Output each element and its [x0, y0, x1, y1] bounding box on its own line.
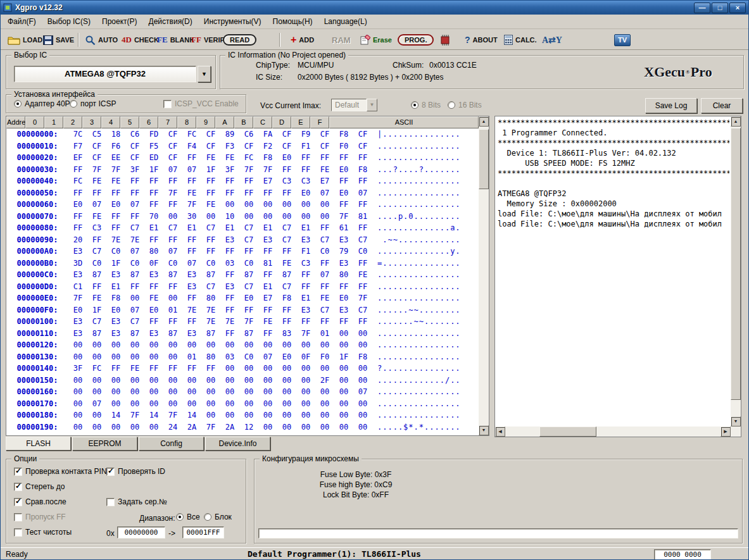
- hex-byte[interactable]: C1: [68, 281, 87, 293]
- bits-16-radio[interactable]: 16 Bits: [448, 101, 482, 109]
- hex-byte[interactable]: F0: [334, 140, 353, 152]
- hex-byte[interactable]: 81: [258, 258, 277, 270]
- hex-byte[interactable]: 46: [334, 433, 353, 435]
- hex-byte[interactable]: FE: [125, 363, 144, 375]
- erase-button[interactable]: Erase: [358, 32, 394, 48]
- hex-byte[interactable]: 0F: [296, 351, 315, 363]
- hex-byte[interactable]: F1: [296, 246, 315, 258]
- hex-byte[interactable]: 7E: [125, 234, 144, 246]
- hex-byte[interactable]: FF: [258, 269, 277, 281]
- ic-test-button[interactable]: [436, 32, 454, 48]
- icsp-port-radio[interactable]: порт ICSP: [70, 99, 116, 108]
- hex-byte[interactable]: 07: [182, 164, 201, 176]
- hex-byte[interactable]: 00: [296, 211, 315, 223]
- hex-byte[interactable]: FF: [163, 199, 182, 211]
- hex-byte[interactable]: 00: [258, 375, 277, 387]
- hex-byte[interactable]: 3F: [125, 164, 144, 176]
- hex-byte[interactable]: 00: [220, 409, 239, 421]
- hex-byte[interactable]: E3: [258, 234, 277, 246]
- hex-byte[interactable]: 7F: [296, 328, 315, 340]
- hex-byte[interactable]: FF: [201, 175, 220, 187]
- menu-item[interactable]: Действия(D): [143, 15, 198, 28]
- hex-byte[interactable]: 00: [68, 398, 87, 410]
- ic-dropdown-button[interactable]: ▼: [198, 66, 211, 82]
- hex-byte[interactable]: 7F: [106, 164, 125, 176]
- hex-byte[interactable]: C6: [239, 128, 258, 140]
- hex-byte[interactable]: C0: [239, 258, 258, 270]
- hex-byte[interactable]: F4: [182, 140, 201, 152]
- hex-byte[interactable]: 80: [144, 246, 163, 258]
- hex-byte[interactable]: 00: [87, 339, 106, 351]
- hex-byte[interactable]: 00: [87, 351, 106, 363]
- hex-byte[interactable]: 7F: [163, 409, 182, 421]
- checkbox-icon[interactable]: [14, 498, 22, 506]
- byte-swap-button[interactable]: A⇄Y: [540, 32, 564, 48]
- hex-byte[interactable]: 00: [296, 386, 315, 398]
- hex-byte[interactable]: 00: [334, 363, 353, 375]
- hex-byte[interactable]: FF: [277, 187, 296, 199]
- hex-byte[interactable]: 00: [201, 433, 220, 435]
- hex-byte[interactable]: FF: [239, 246, 258, 258]
- hex-byte[interactable]: F8: [106, 292, 125, 304]
- hex-byte[interactable]: E1: [106, 281, 125, 293]
- hex-byte[interactable]: E1: [144, 222, 163, 234]
- hex-byte[interactable]: 3D: [68, 258, 87, 270]
- hex-byte[interactable]: 24: [163, 421, 182, 433]
- hex-byte[interactable]: 1F: [334, 351, 353, 363]
- hex-byte[interactable]: CF: [201, 140, 220, 152]
- hex-byte[interactable]: 00: [68, 421, 87, 433]
- hex-byte[interactable]: E0: [106, 199, 125, 211]
- hex-byte[interactable]: C0: [125, 258, 144, 270]
- hex-byte[interactable]: 2A: [220, 421, 239, 433]
- hex-byte[interactable]: 00: [201, 211, 220, 223]
- hex-byte[interactable]: FF: [353, 222, 372, 234]
- hex-byte[interactable]: 61: [334, 222, 353, 234]
- hex-byte[interactable]: 00: [239, 386, 258, 398]
- hex-byte[interactable]: 00: [277, 409, 296, 421]
- menu-item[interactable]: Помощь(H): [267, 15, 318, 28]
- hex-byte[interactable]: FF: [315, 222, 334, 234]
- hex-byte[interactable]: FE: [201, 199, 220, 211]
- scroll-up-icon[interactable]: ▲: [479, 116, 489, 127]
- erase-before-checkbox[interactable]: Стереть до: [14, 482, 65, 491]
- hex-byte[interactable]: 00: [296, 398, 315, 410]
- hex-byte[interactable]: FF: [258, 328, 277, 340]
- hex-byte[interactable]: 7E: [106, 234, 125, 246]
- hex-byte[interactable]: 00: [334, 339, 353, 351]
- radio-icon[interactable]: [204, 513, 211, 521]
- hex-byte[interactable]: EF: [68, 152, 87, 164]
- hex-byte[interactable]: 87: [87, 269, 106, 281]
- hex-byte[interactable]: FF: [220, 269, 239, 281]
- hex-byte[interactable]: F6: [106, 140, 125, 152]
- hex-byte[interactable]: 00: [125, 339, 144, 351]
- hex-byte[interactable]: 80: [201, 292, 220, 304]
- hex-byte[interactable]: 07: [125, 304, 144, 316]
- hex-byte[interactable]: 83: [277, 328, 296, 340]
- hex-byte[interactable]: 87: [201, 328, 220, 340]
- hex-byte[interactable]: C7: [87, 316, 106, 328]
- hex-byte[interactable]: FF: [296, 269, 315, 281]
- hex-byte[interactable]: 00: [220, 398, 239, 410]
- hex-byte[interactable]: C5: [87, 128, 106, 140]
- checkbox-icon[interactable]: [163, 100, 172, 108]
- hex-byte[interactable]: 00: [239, 433, 258, 435]
- hex-byte[interactable]: 3F: [68, 363, 87, 375]
- hex-byte[interactable]: E3: [144, 328, 163, 340]
- hex-byte[interactable]: C3: [277, 175, 296, 187]
- hex-byte[interactable]: E1: [296, 222, 315, 234]
- hex-byte[interactable]: CF: [353, 128, 372, 140]
- checkbox-icon[interactable]: [14, 513, 22, 521]
- hex-byte[interactable]: 07: [163, 246, 182, 258]
- scroll-thumb[interactable]: [539, 426, 596, 437]
- hex-byte[interactable]: 7E: [201, 316, 220, 328]
- hex-byte[interactable]: 26: [315, 433, 334, 435]
- hex-byte[interactable]: 01: [182, 351, 201, 363]
- hex-byte[interactable]: 87: [239, 328, 258, 340]
- hex-byte[interactable]: CF: [125, 152, 144, 164]
- hex-byte[interactable]: FF: [182, 363, 201, 375]
- hex-byte[interactable]: 00: [296, 199, 315, 211]
- hex-byte[interactable]: 00: [296, 421, 315, 433]
- hex-byte[interactable]: 00: [315, 363, 334, 375]
- hex-byte[interactable]: FF: [163, 316, 182, 328]
- hex-byte[interactable]: 89: [220, 128, 239, 140]
